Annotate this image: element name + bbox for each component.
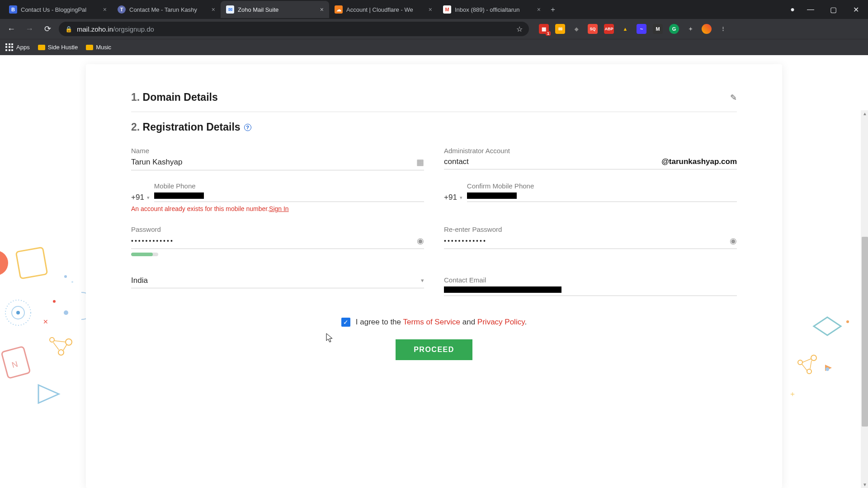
svg-text:✕: ✕ [43,318,48,325]
field-label: Password [131,225,424,233]
svg-point-20 [846,320,849,323]
lock-icon: 🔒 [65,26,72,33]
extension-icon[interactable]: ✉ [555,24,565,34]
extension-icon[interactable]: ◆ [571,24,581,34]
svg-point-7 [53,300,56,303]
id-card-icon: ▦ [416,157,424,167]
admin-input[interactable]: contact [444,157,659,166]
apps-button[interactable]: Apps [5,43,30,52]
name-field[interactable]: Name Tarun Kashyap ▦ [131,147,424,170]
field-label: Confirm Mobile Phone [467,182,737,190]
scrollbar-thumb[interactable] [862,237,868,427]
back-button[interactable]: ← [5,22,18,36]
svg-point-11 [58,350,64,355]
bookmark-star-icon[interactable]: ☆ [516,25,523,33]
browser-chrome: B Contact Us - BloggingPal × T Contact M… [0,0,868,55]
country-code-select[interactable]: +91▾ [131,193,150,202]
reload-button[interactable]: ⟳ [41,22,54,36]
extension-icon[interactable]: ▲ [620,24,630,34]
agree-checkbox[interactable]: ✓ [341,318,350,327]
extension-icon[interactable]: M [653,24,663,34]
field-label: Name [131,147,424,155]
svg-line-14 [63,344,67,350]
tab-title: Contact Me - Tarun Kashy [129,6,208,13]
registration-form: Name Tarun Kashyap ▦ Administrator Accou… [131,147,737,296]
address-bar-row: ← → ⟳ 🔒 mail.zoho.in/orgsignup.do ☆ ▦1 ✉… [0,19,868,39]
scrollbar-track[interactable]: ▲ ▼ [861,110,868,488]
proceed-button[interactable]: PROCEED [396,339,472,360]
forward-button[interactable]: → [23,22,36,36]
chevron-down-icon: ▾ [147,195,150,201]
svg-marker-17 [38,385,59,403]
folder-icon [86,45,93,50]
contact-email-field[interactable]: Contact Email [444,276,737,296]
confirm-mobile-field[interactable]: +91▾ Confirm Mobile Phone [444,182,737,214]
field-label: Administrator Account [444,147,737,155]
profile-avatar[interactable] [702,24,712,34]
close-icon[interactable]: × [537,6,541,13]
country-field[interactable]: India ▾ [131,276,424,296]
extension-icon[interactable]: G [669,24,679,34]
field-label: Mobile Phone [154,182,424,190]
close-icon[interactable]: × [320,6,324,13]
terms-of-service-link[interactable]: Terms of Service [403,318,460,326]
maximize-icon[interactable]: ▢ [823,2,844,17]
decorative-shapes-left: ✕ N [0,245,90,471]
name-input[interactable]: Tarun Kashyap [131,158,416,167]
minimize-icon[interactable]: — [800,2,821,17]
svg-point-1 [64,275,67,278]
show-password-icon[interactable]: ◉ [417,236,424,246]
country-select[interactable]: India [131,276,421,285]
close-window-icon[interactable]: ✕ [845,2,866,17]
account-icon[interactable]: ● [787,2,798,17]
extension-icon[interactable]: SQ [588,24,598,34]
extensions-menu-icon[interactable]: ✦ [685,24,695,34]
tab-bar: B Contact Us - BloggingPal × T Contact M… [0,0,868,19]
svg-line-12 [54,341,66,342]
sign-in-link[interactable]: Sign In [269,205,289,212]
favicon-icon: M [443,5,451,14]
new-tab-button[interactable]: ＋ [546,5,560,14]
folder-icon [38,45,45,50]
help-icon[interactable]: ? [244,124,251,131]
reenter-password-field[interactable]: Re-enter Password •••••••••••• ◉ [444,225,737,256]
close-icon[interactable]: × [429,6,432,13]
contact-email-input[interactable] [444,286,561,293]
registration-details-header: 2. Registration Details ? [131,121,737,133]
tab-4[interactable]: M Inbox (889) - officialtarun × [438,1,546,18]
svg-point-23 [807,369,811,374]
favicon-icon: ☁ [335,5,343,14]
tab-1[interactable]: T Contact Me - Tarun Kashy × [112,1,221,18]
password-input[interactable]: •••••••••••• [131,237,417,244]
admin-account-field[interactable]: Administrator Account contact @tarunkash… [444,147,737,170]
country-code-select[interactable]: +91▾ [444,193,462,202]
password-field[interactable]: Password •••••••••••• ◉ [131,225,424,256]
close-icon[interactable]: × [103,6,107,13]
close-icon[interactable]: × [212,6,215,13]
kebab-menu-icon[interactable]: ⋮ [718,24,728,34]
signup-card: 1. Domain Details ✎ 2. Registration Deta… [86,64,782,488]
bookmark-side-hustle[interactable]: Side Hustle [38,44,78,51]
extension-icon[interactable]: ABP [604,24,614,34]
field-label: Contact Email [444,276,737,284]
privacy-policy-link[interactable]: Privacy Policy [477,318,525,326]
agree-text: I agree to the Terms of Service and Priv… [356,318,527,327]
mobile-phone-field[interactable]: +91▾ Mobile Phone An account already exi… [131,182,424,214]
show-password-icon[interactable]: ◉ [730,236,737,246]
edit-icon[interactable]: ✎ [730,93,737,103]
extension-icon[interactable]: ~ [637,24,646,34]
extension-icon[interactable]: ▦1 [539,24,549,34]
tab-0[interactable]: B Contact Us - BloggingPal × [4,1,112,18]
scroll-up-icon[interactable]: ▲ [863,111,867,116]
tab-2[interactable]: ✉ Zoho Mail Suite × [221,1,329,18]
mobile-input[interactable] [154,192,204,199]
scroll-down-icon[interactable]: ▼ [863,482,867,487]
address-bar[interactable]: 🔒 mail.zoho.in/orgsignup.do ☆ [59,22,529,36]
bookmark-music[interactable]: Music [86,44,111,51]
confirm-mobile-input[interactable] [467,192,517,199]
tab-3[interactable]: ☁ Account | Cloudflare - We × [329,1,438,18]
reenter-password-input[interactable]: •••••••••••• [444,237,730,244]
agree-row: ✓ I agree to the Terms of Service and Pr… [131,318,737,327]
favicon-icon: B [9,5,17,14]
favicon-icon: ✉ [226,5,234,14]
